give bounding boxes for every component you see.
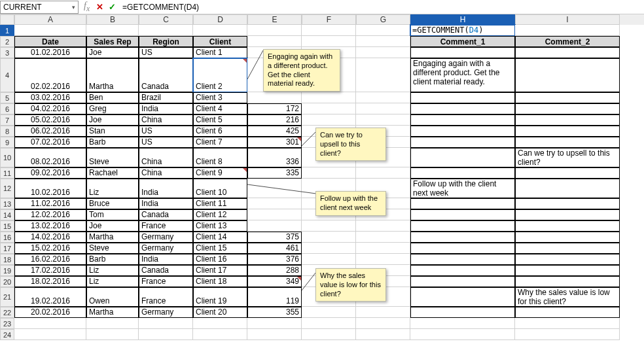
row-header-10[interactable]: 10 xyxy=(0,148,14,167)
col-header-g[interactable]: G xyxy=(356,14,410,25)
cell-comment1[interactable] xyxy=(410,92,515,103)
cell-comment2[interactable] xyxy=(515,232,620,243)
cell-region[interactable]: Germany xyxy=(139,243,193,254)
cell-date[interactable]: 10.02.2016 xyxy=(14,179,86,198)
cell-region[interactable]: Germany xyxy=(139,307,193,318)
cell-f[interactable] xyxy=(302,92,356,103)
row-header-4[interactable]: 4 xyxy=(0,58,14,92)
row-header-23[interactable]: 23 xyxy=(0,318,14,329)
row-header-19[interactable]: 19 xyxy=(0,265,14,276)
cell-comment2[interactable] xyxy=(515,103,620,114)
row-header-12[interactable]: 12 xyxy=(0,179,14,198)
cell-f1[interactable] xyxy=(302,25,356,36)
col-header-i[interactable]: I xyxy=(515,14,620,25)
cell[interactable] xyxy=(247,329,302,340)
cell-region[interactable]: Germany xyxy=(139,232,193,243)
cell-region[interactable]: US xyxy=(139,126,193,137)
cell-sales[interactable]: 336 xyxy=(247,148,302,167)
cell-comment2[interactable] xyxy=(515,276,620,287)
cell-comment1[interactable]: Engaging again with a different product.… xyxy=(410,58,515,92)
cell-comment2[interactable] xyxy=(515,209,620,220)
cell[interactable] xyxy=(515,318,620,329)
row-header-1[interactable]: 1 xyxy=(0,25,14,36)
cell-g[interactable] xyxy=(356,114,410,126)
cell-client[interactable]: Client 9 xyxy=(193,167,247,179)
cell-f[interactable] xyxy=(302,254,356,265)
col-header-c[interactable]: C xyxy=(139,14,193,25)
cell-sales[interactable] xyxy=(247,209,302,220)
cell-b1[interactable] xyxy=(86,25,139,36)
header-date[interactable]: Date xyxy=(14,36,86,47)
cell-comment1[interactable] xyxy=(410,307,515,318)
cell-sales[interactable]: 355 xyxy=(247,307,302,318)
cell-a1[interactable] xyxy=(14,25,86,36)
cell-region[interactable]: India xyxy=(139,179,193,198)
cell-e1[interactable] xyxy=(247,25,302,36)
row-header-20[interactable]: 20 xyxy=(0,276,14,287)
cell-region[interactable]: Brazil xyxy=(139,92,193,103)
cell-comment1[interactable] xyxy=(410,47,515,58)
cell-h1-active[interactable]: =GETCOMMENT(D4) xyxy=(410,25,515,36)
cell-client[interactable]: Client 5 xyxy=(193,114,247,126)
cell-comment2[interactable] xyxy=(515,92,620,103)
cell-client[interactable]: Client 13 xyxy=(193,220,247,232)
cell-date[interactable]: 12.02.2016 xyxy=(14,209,86,220)
cell-comment1[interactable] xyxy=(410,167,515,179)
cell-client[interactable]: Client 20 xyxy=(193,307,247,318)
cell-sales[interactable] xyxy=(247,198,302,209)
row-header-3[interactable]: 3 xyxy=(0,47,14,58)
cell-date[interactable]: 02.02.2016 xyxy=(14,58,86,92)
cell-date[interactable]: 13.02.2016 xyxy=(14,220,86,232)
cell-comment1[interactable] xyxy=(410,209,515,220)
cell-g[interactable] xyxy=(356,167,410,179)
cell-client[interactable]: Client 6 xyxy=(193,126,247,137)
row-header-22[interactable]: 22 xyxy=(0,307,14,318)
cell-sales[interactable]: 288 xyxy=(247,265,302,276)
cell-rep[interactable]: Rachael xyxy=(86,167,139,179)
cell-region[interactable]: US xyxy=(139,137,193,148)
cell-client[interactable]: Client 12 xyxy=(193,209,247,220)
cell-region[interactable]: China xyxy=(139,114,193,126)
cell-comment2[interactable] xyxy=(515,58,620,92)
cell-sales[interactable]: 301 xyxy=(247,137,302,148)
cell-rep[interactable]: Tom xyxy=(86,209,139,220)
cell-sales[interactable]: 216 xyxy=(247,114,302,126)
row-header-14[interactable]: 14 xyxy=(0,209,14,220)
cell-client[interactable]: Client 8 xyxy=(193,148,247,167)
cell[interactable] xyxy=(86,329,139,340)
cell-region[interactable]: US xyxy=(139,47,193,58)
cell-date[interactable]: 16.02.2016 xyxy=(14,254,86,265)
cell-region[interactable]: Canada xyxy=(139,265,193,276)
cell-f[interactable] xyxy=(302,167,356,179)
cell-comment2[interactable] xyxy=(515,137,620,148)
cell-rep[interactable]: Barb xyxy=(86,137,139,148)
cell[interactable] xyxy=(139,329,193,340)
cell-comment1[interactable] xyxy=(410,243,515,254)
cell-client[interactable]: Client 18 xyxy=(193,276,247,287)
cell-date[interactable]: 09.02.2016 xyxy=(14,167,86,179)
cell[interactable] xyxy=(410,329,515,340)
cell-rep[interactable]: Liz xyxy=(86,179,139,198)
cell-rep[interactable]: Joe xyxy=(86,114,139,126)
cell-sales[interactable]: 461 xyxy=(247,243,302,254)
cell-f[interactable] xyxy=(302,243,356,254)
col-header-a[interactable]: A xyxy=(14,14,86,25)
cell-e2[interactable] xyxy=(247,36,302,47)
cell[interactable] xyxy=(14,329,86,340)
formula-input[interactable] xyxy=(118,1,644,14)
cell[interactable] xyxy=(193,329,247,340)
col-header-e[interactable]: E xyxy=(247,14,302,25)
cell-client[interactable]: Client 4 xyxy=(193,103,247,114)
cell-date[interactable]: 18.02.2016 xyxy=(14,276,86,287)
cell-c1[interactable] xyxy=(139,25,193,36)
row-header-11[interactable]: 11 xyxy=(0,167,14,179)
cell-client[interactable]: Client 7 xyxy=(193,137,247,148)
cell-client[interactable]: Client 17 xyxy=(193,265,247,276)
cell-region[interactable]: Canada xyxy=(139,209,193,220)
header-rep[interactable]: Sales Rep xyxy=(86,36,139,47)
cell-rep[interactable]: Liz xyxy=(86,265,139,276)
enter-icon[interactable]: ✓ xyxy=(106,2,118,12)
cell-sales[interactable]: 335 xyxy=(247,167,302,179)
cell-region[interactable]: India xyxy=(139,198,193,209)
cell-region[interactable]: France xyxy=(139,287,193,307)
